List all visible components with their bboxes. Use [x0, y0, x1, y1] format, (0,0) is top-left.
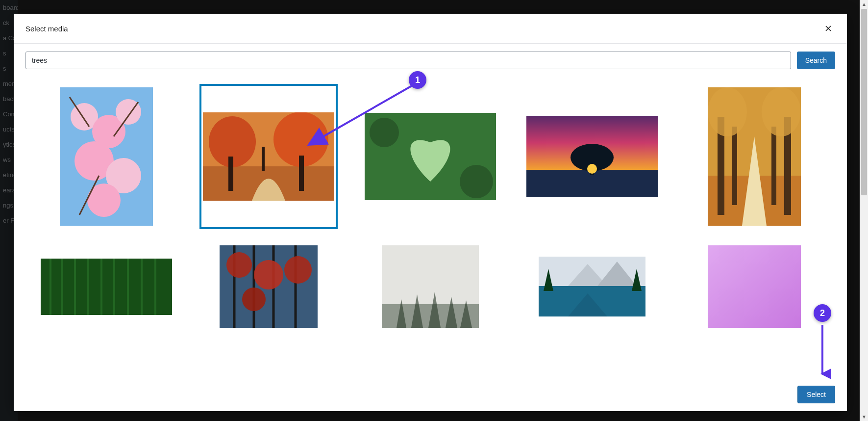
- svg-rect-13: [262, 147, 265, 171]
- media-cell: [673, 235, 835, 338]
- select-media-modal: Select media Search: [14, 14, 847, 411]
- svg-point-16: [370, 118, 399, 147]
- svg-rect-12: [299, 156, 304, 191]
- media-cell: [673, 78, 835, 235]
- select-button[interactable]: Select: [797, 386, 835, 403]
- svg-rect-28: [771, 127, 776, 205]
- svg-rect-41: [41, 259, 172, 315]
- annotation-badge-2: 2: [814, 304, 831, 322]
- search-button[interactable]: Search: [797, 52, 835, 69]
- scrollbar-thumb[interactable]: [861, 9, 867, 195]
- media-cell: [511, 235, 673, 338]
- media-thumb-green-forest[interactable]: [41, 259, 172, 315]
- svg-point-50: [242, 288, 266, 311]
- scroll-down-icon[interactable]: ▼: [860, 413, 868, 421]
- media-thumb-red-birch[interactable]: [220, 245, 318, 328]
- svg-point-22: [587, 164, 597, 174]
- media-thumb-golden-alley[interactable]: [708, 87, 801, 226]
- media-thumb-purple-gradient[interactable]: [708, 245, 801, 328]
- media-thumb-sunset-tree[interactable]: [526, 116, 658, 197]
- media-cell: [25, 235, 187, 338]
- svg-point-49: [284, 256, 312, 284]
- media-cell: [349, 78, 511, 235]
- media-cell: [25, 78, 187, 235]
- media-cell: [349, 235, 511, 338]
- media-thumb-autumn-path[interactable]: [201, 85, 336, 228]
- close-icon: [823, 24, 833, 33]
- svg-rect-11: [228, 157, 233, 191]
- media-thumb-cherry-blossom[interactable]: [60, 87, 153, 226]
- media-grid-scroll[interactable]: [14, 72, 847, 380]
- search-row: Search: [14, 44, 847, 72]
- svg-rect-65: [708, 245, 801, 328]
- media-cell: [187, 78, 349, 235]
- svg-point-17: [460, 165, 493, 198]
- media-thumb-fog-forest[interactable]: [382, 245, 479, 328]
- svg-point-30: [762, 87, 801, 136]
- modal-header: Select media: [14, 14, 847, 44]
- modal-footer: Select: [14, 380, 847, 411]
- svg-rect-27: [732, 127, 737, 205]
- annotation-badge-1: 1: [409, 71, 426, 89]
- media-grid: [25, 78, 835, 338]
- svg-point-29: [708, 87, 747, 136]
- page-scrollbar[interactable]: ▲ ▼: [860, 0, 868, 421]
- media-cell: [511, 78, 673, 235]
- media-cell: [187, 235, 349, 338]
- search-input[interactable]: [25, 52, 791, 69]
- close-button[interactable]: [821, 22, 835, 35]
- media-thumb-heart-hedge[interactable]: [365, 113, 496, 200]
- svg-point-47: [226, 252, 252, 278]
- modal-title: Select media: [25, 25, 68, 33]
- scroll-up-icon[interactable]: ▲: [860, 0, 868, 8]
- svg-point-48: [254, 260, 283, 289]
- media-thumb-alpine-lake[interactable]: [539, 257, 645, 316]
